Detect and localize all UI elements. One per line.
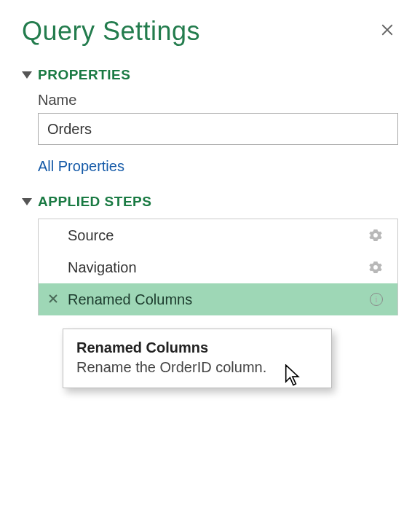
- panel-title: Query Settings: [22, 16, 200, 47]
- tooltip-body: Rename the OrderID column.: [76, 359, 318, 376]
- step-item[interactable]: Source: [39, 219, 397, 251]
- gear-icon[interactable]: [368, 228, 383, 243]
- gear-icon[interactable]: [368, 260, 383, 275]
- applied-steps-heading: APPLIED STEPS: [38, 194, 151, 210]
- step-item[interactable]: Navigation: [39, 251, 397, 283]
- step-item[interactable]: Renamed Columnsi: [39, 283, 397, 315]
- step-label: Source: [62, 227, 368, 244]
- properties-section: PROPERTIES Name All Properties: [22, 67, 398, 175]
- step-tooltip: Renamed Columns Rename the OrderID colum…: [63, 329, 332, 388]
- delete-step-icon[interactable]: [49, 293, 62, 306]
- info-icon[interactable]: i: [370, 293, 383, 306]
- all-properties-link[interactable]: All Properties: [38, 158, 124, 175]
- name-label: Name: [38, 92, 398, 109]
- tooltip-title: Renamed Columns: [76, 339, 318, 356]
- properties-heading: PROPERTIES: [38, 67, 130, 83]
- step-label: Renamed Columns: [62, 291, 370, 308]
- applied-steps-section: APPLIED STEPS SourceNavigationRenamed Co…: [22, 194, 398, 315]
- steps-list: SourceNavigationRenamed Columnsi Renamed…: [38, 219, 398, 315]
- collapse-icon[interactable]: [22, 198, 32, 205]
- collapse-icon[interactable]: [22, 71, 32, 79]
- panel-header: Query Settings: [22, 16, 398, 47]
- step-label: Navigation: [62, 259, 368, 276]
- close-icon[interactable]: [376, 19, 398, 44]
- name-input[interactable]: [38, 113, 398, 145]
